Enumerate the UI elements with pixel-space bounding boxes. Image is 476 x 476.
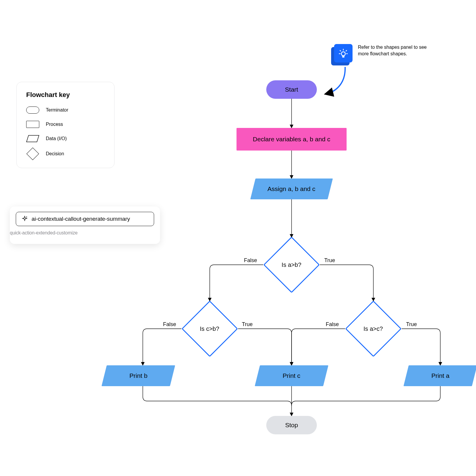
node-label: Is c>b? (200, 325, 219, 332)
legend-label: Data (I/O) (46, 136, 67, 141)
tip-bulb-icon (331, 44, 353, 65)
node-start[interactable]: Start (266, 80, 317, 99)
tip-text: Refer to the shapes panel to see more fl… (358, 44, 438, 57)
flowchart-edges (125, 71, 214, 116)
node-print-c[interactable]: Print c (255, 365, 328, 386)
node-label: Print b (129, 372, 148, 379)
decision-shape-icon (26, 148, 39, 160)
legend-label: Terminator (46, 107, 68, 113)
node-label: Declare variables a, b and c (253, 136, 330, 143)
diagram-canvas[interactable]: Flowchart key Terminator Process Data (I… (0, 0, 476, 476)
svg-marker-0 (26, 135, 39, 142)
edge-label-d2-true: True (242, 321, 253, 328)
node-decision-ac[interactable]: Is a>c? (345, 300, 402, 357)
flowchart-key-panel: Flowchart key Terminator Process Data (I… (16, 82, 115, 168)
node-label: Print a (431, 372, 450, 379)
legend-row-terminator: Terminator (26, 107, 105, 114)
node-label: Assign a, b and c (267, 185, 315, 192)
sparkle-icon (21, 216, 28, 222)
svg-point-1 (341, 52, 345, 56)
node-print-b[interactable]: Print b (101, 365, 175, 386)
flowchart-key-title: Flowchart key (26, 91, 105, 99)
node-label: Is a>c? (364, 325, 383, 332)
data-shape-icon (26, 135, 39, 142)
edge-label-d1-false: False (244, 257, 257, 264)
legend-row-data: Data (I/O) (26, 135, 105, 142)
node-declare[interactable]: Declare variables a, b and c (237, 128, 347, 151)
node-label: Is a>b? (282, 261, 301, 268)
legend-row-process: Process (26, 121, 105, 128)
node-assign[interactable]: Assign a, b and c (250, 178, 333, 199)
legend-label: Process (46, 122, 63, 127)
node-label: Stop (285, 422, 298, 429)
edge-label-d2-false: False (163, 321, 176, 328)
tip-callout: Refer to the shapes panel to see more fl… (331, 44, 438, 65)
terminator-shape-icon (26, 107, 39, 114)
flowchart[interactable]: Start Declare variables a, b and c Assig… (125, 71, 464, 446)
node-decision-ab[interactable]: Is a>b? (263, 237, 320, 293)
node-label: Start (285, 86, 298, 93)
process-shape-icon (26, 121, 39, 128)
node-stop[interactable]: Stop (266, 416, 317, 434)
edge-label-d1-true: True (324, 257, 335, 264)
edge-label-d3-false: False (326, 321, 339, 328)
node-print-a[interactable]: Print a (403, 365, 476, 386)
ai-chip-label: ai-contextual-callout-generate-summary (32, 216, 130, 222)
edge-label-d3-true: True (406, 321, 417, 328)
legend-row-decision: Decision (26, 149, 105, 158)
node-decision-cb[interactable]: Is c>b? (181, 300, 238, 357)
node-label: Print c (283, 372, 300, 379)
legend-label: Decision (46, 151, 64, 156)
